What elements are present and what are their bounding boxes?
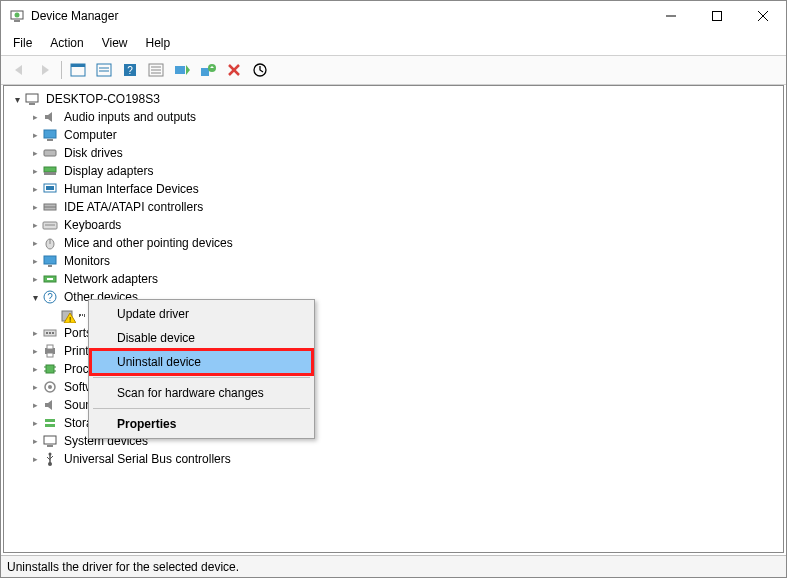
root-node[interactable]: DESKTOP-CO198S3 <box>8 90 783 108</box>
svg-rect-52 <box>47 345 53 349</box>
svg-rect-32 <box>46 186 54 190</box>
expand-collapse-icon[interactable] <box>28 398 42 412</box>
expand-collapse-icon[interactable] <box>28 254 42 268</box>
svg-rect-63 <box>44 436 56 444</box>
category-display[interactable]: Display adapters <box>26 162 783 180</box>
expand-collapse-icon[interactable] <box>28 362 42 376</box>
svg-rect-64 <box>47 445 53 447</box>
display-icon <box>42 163 58 179</box>
printer-icon <box>42 343 58 359</box>
category-ide[interactable]: IDE ATA/ATAPI controllers <box>26 198 783 216</box>
expand-collapse-icon[interactable] <box>28 416 42 430</box>
category-audio[interactable]: Audio inputs and outputs <box>26 108 783 126</box>
forward-button[interactable] <box>33 59 57 81</box>
status-text: Uninstalls the driver for the selected d… <box>7 560 239 574</box>
back-button[interactable] <box>7 59 31 81</box>
toolbar-separator <box>61 61 62 79</box>
node-label: Display adapters <box>62 164 155 178</box>
expand-collapse-icon[interactable] <box>28 200 42 214</box>
expand-collapse-icon[interactable] <box>28 218 42 232</box>
node-label: Sound, video and game controllers <box>62 398 90 412</box>
close-button[interactable] <box>740 1 786 31</box>
expand-collapse-icon[interactable] <box>28 344 42 358</box>
help-button[interactable]: ? <box>118 59 142 81</box>
svg-rect-40 <box>48 265 52 267</box>
ctx-scan[interactable]: Scan for hardware changes <box>91 381 312 405</box>
category-mice[interactable]: Mice and other pointing devices <box>26 234 783 252</box>
maximize-button[interactable] <box>694 1 740 31</box>
expand-collapse-icon[interactable] <box>28 164 42 178</box>
window-controls <box>648 1 786 31</box>
node-label: Universal Serial Bus controllers <box>62 452 233 466</box>
expand-collapse-icon[interactable] <box>28 236 42 250</box>
svg-rect-26 <box>44 130 56 138</box>
minimize-button[interactable] <box>648 1 694 31</box>
svg-point-60 <box>48 385 52 389</box>
toolbar: ? <box>1 55 786 85</box>
properties-button[interactable] <box>92 59 116 81</box>
svg-rect-8 <box>71 64 85 67</box>
speaker-icon <box>42 397 58 413</box>
category-monitors[interactable]: Monitors <box>26 252 783 270</box>
network-icon <box>42 271 58 287</box>
software-icon <box>42 379 58 395</box>
expand-collapse-icon[interactable] <box>28 434 42 448</box>
node-label: Audio inputs and outputs <box>62 110 198 124</box>
svg-text:!: ! <box>69 315 71 323</box>
svg-rect-18 <box>175 66 185 74</box>
category-network[interactable]: Network adapters <box>26 270 783 288</box>
show-hide-console-button[interactable] <box>66 59 90 81</box>
ctx-update-driver[interactable]: Update driver <box>91 302 312 326</box>
expand-collapse-icon[interactable] <box>28 128 42 142</box>
expand-collapse-icon[interactable] <box>28 452 42 466</box>
node-label: Storage controllers <box>62 416 90 430</box>
delete-button[interactable] <box>222 59 246 81</box>
menu-file[interactable]: File <box>5 33 40 53</box>
svg-rect-30 <box>44 172 56 175</box>
svg-rect-53 <box>47 353 53 357</box>
computer-icon <box>24 91 40 107</box>
context-menu: Update driver Disable device Uninstall d… <box>88 299 315 439</box>
svg-rect-61 <box>45 419 55 422</box>
svg-point-50 <box>52 332 54 334</box>
svg-rect-24 <box>26 94 38 102</box>
scan-hardware-button[interactable] <box>170 59 194 81</box>
category-disk[interactable]: Disk drives <box>26 144 783 162</box>
mouse-icon <box>42 235 58 251</box>
storage-icon <box>42 415 58 431</box>
expand-collapse-icon[interactable] <box>28 380 42 394</box>
node-label: DESKTOP-CO198S3 <box>44 92 162 106</box>
disable-button[interactable] <box>248 59 272 81</box>
menu-action[interactable]: Action <box>42 33 91 53</box>
expand-collapse-icon[interactable] <box>10 92 24 106</box>
expand-collapse-icon[interactable] <box>28 290 42 304</box>
svg-text:?: ? <box>127 65 133 76</box>
category-hid[interactable]: Human Interface Devices <box>26 180 783 198</box>
expand-collapse-icon[interactable] <box>28 272 42 286</box>
list-button[interactable] <box>144 59 168 81</box>
app-icon <box>9 8 25 24</box>
expand-collapse-icon[interactable] <box>28 182 42 196</box>
ctx-properties[interactable]: Properties <box>91 412 312 436</box>
ctx-uninstall-device[interactable]: Uninstall device <box>91 350 312 374</box>
expand-collapse-icon[interactable] <box>28 110 42 124</box>
svg-rect-25 <box>29 103 35 105</box>
category-keyboards[interactable]: Keyboards <box>26 216 783 234</box>
svg-rect-27 <box>47 139 53 141</box>
ctx-disable-device[interactable]: Disable device <box>91 326 312 350</box>
expand-collapse-icon[interactable] <box>28 326 42 340</box>
svg-point-2 <box>15 13 20 18</box>
svg-point-49 <box>49 332 51 334</box>
menu-help[interactable]: Help <box>138 33 179 53</box>
title-bar: Device Manager <box>1 1 786 31</box>
other-icon: ? <box>42 289 58 305</box>
expand-collapse-icon[interactable] <box>28 146 42 160</box>
menu-view[interactable]: View <box>94 33 136 53</box>
category-computer[interactable]: Computer <box>26 126 783 144</box>
svg-rect-4 <box>713 12 722 21</box>
svg-rect-29 <box>44 167 56 172</box>
window-title: Device Manager <box>31 9 648 23</box>
update-driver-button[interactable] <box>196 59 220 81</box>
category-usb[interactable]: Universal Serial Bus controllers <box>26 450 783 468</box>
ide-icon <box>42 199 58 215</box>
